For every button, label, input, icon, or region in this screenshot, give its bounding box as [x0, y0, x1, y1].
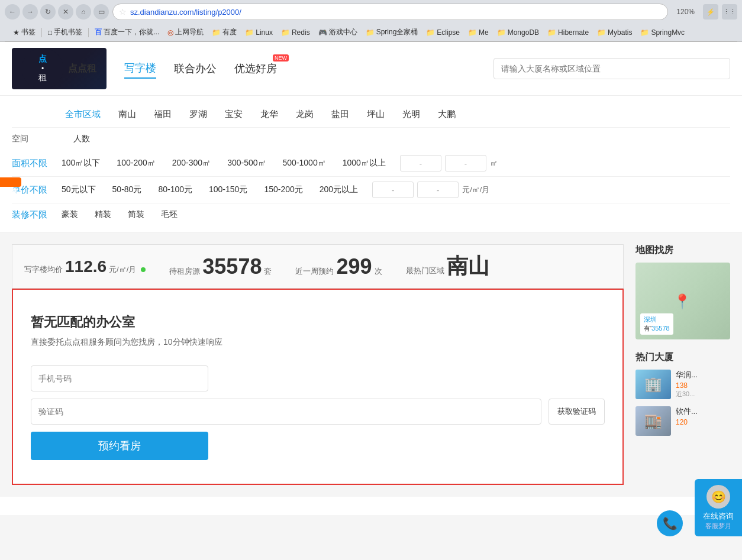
decor-option-2[interactable]: 简装: [125, 208, 147, 221]
headcount-option[interactable]: 人数: [71, 132, 92, 145]
nav-tab-office[interactable]: 写字楼: [124, 59, 156, 79]
area-option-3[interactable]: 300-500㎡: [225, 157, 268, 170]
map-preview[interactable]: 📍 深圳 有'35578: [635, 263, 730, 339]
submit-button[interactable]: 预约看房: [31, 432, 208, 460]
tab-button[interactable]: ▭: [93, 4, 109, 20]
online-dot: [141, 267, 146, 272]
folder-spring-icon: 📁: [366, 28, 375, 37]
region-all[interactable]: 全市区域: [65, 109, 101, 120]
folder-mongo-icon: 📁: [497, 28, 506, 37]
main-content: 写字楼均价 112.6 元/㎡/月 待租房源 35578 套 近一周预约 299…: [0, 232, 742, 497]
decor-option-0[interactable]: 豪装: [59, 208, 80, 221]
consult-label: 在线咨询: [703, 511, 734, 515]
bookmark-redis[interactable]: 📁 Redis: [278, 27, 314, 38]
address-bar[interactable]: ☆ sz.diandianzu.com/listing/p2000/: [112, 4, 668, 20]
hot-building-1[interactable]: 🏬 软件... 120: [635, 406, 730, 436]
region-yantian[interactable]: 盐田: [331, 109, 349, 120]
extensions-button[interactable]: ⚡: [703, 4, 718, 20]
bookmark-sep: [41, 28, 42, 37]
region-luohu[interactable]: 罗湖: [189, 109, 207, 120]
hot-buildings-title: 热门大厦: [635, 351, 730, 364]
building-name-0: 华润...: [676, 370, 729, 380]
home-button[interactable]: ⌂: [76, 4, 91, 20]
folder-mvc-icon: 📁: [640, 28, 649, 37]
bookmark-spring[interactable]: 📁 Spring全家桶: [362, 26, 422, 38]
bookmark-game[interactable]: 🎮 游戏中心: [315, 26, 361, 38]
region-futian[interactable]: 福田: [154, 109, 172, 120]
no-result-title: 暂无匹配的办公室: [31, 313, 605, 331]
hot-building-0[interactable]: 🏢 华润... 138 近30...: [635, 370, 730, 399]
decor-option-1[interactable]: 精装: [92, 208, 114, 221]
bookmark-youdou[interactable]: 📁 有度: [208, 26, 240, 38]
zoom-level: 120%: [676, 8, 695, 16]
menu-button[interactable]: ⋮⋮: [722, 4, 737, 20]
price-option-5[interactable]: 200元以上: [317, 183, 360, 196]
back-button[interactable]: ←: [5, 4, 20, 20]
price-range-min[interactable]: [372, 182, 414, 198]
price-option-2[interactable]: 80-100元: [156, 183, 195, 196]
area-option-4[interactable]: 500-1000㎡: [280, 157, 328, 170]
region-guangming[interactable]: 光明: [402, 109, 420, 120]
region-longgang[interactable]: 龙岗: [296, 109, 314, 120]
forward-button[interactable]: →: [22, 4, 38, 20]
bookmark-eclipse[interactable]: 📁 Eclipse: [422, 27, 463, 38]
avg-price-stat: 写字楼均价 112.6 元/㎡/月: [24, 257, 146, 276]
phone-bookmark-icon: □: [48, 28, 52, 37]
verify-input[interactable]: [31, 399, 541, 425]
area-range-min[interactable]: [400, 155, 441, 171]
region-filter-row: 全市区域 南山 福田 罗湖 宝安 龙华 龙岗 盐田 坪山 光明 大鹏: [12, 102, 730, 128]
area-option-2[interactable]: 200-300㎡: [170, 157, 213, 170]
bookmark-phone[interactable]: □ 手机书签: [44, 26, 86, 38]
building-img-inner-0: 🏢: [635, 370, 671, 399]
header-search-input[interactable]: [493, 58, 730, 79]
folder-me-icon: 📁: [468, 28, 477, 37]
price-option-1[interactable]: 50-80元: [110, 183, 144, 196]
region-pingshan[interactable]: 坪山: [367, 109, 385, 120]
area-range-max[interactable]: [445, 155, 486, 171]
sidebar-promo[interactable]: 立即加速: [0, 177, 21, 187]
folder-redis-icon: 📁: [281, 28, 290, 37]
available-unit: 套: [264, 266, 272, 277]
bookmark-mongodb[interactable]: 📁 MongoDB: [493, 27, 543, 38]
nav-tab-best[interactable]: 优选好房 NEW: [234, 59, 277, 78]
verify-row: 获取验证码: [31, 399, 605, 425]
price-range-max[interactable]: [417, 182, 459, 198]
consult-bar[interactable]: 😊 在线咨询 客服梦月: [695, 479, 742, 515]
decor-option-3[interactable]: 毛坯: [159, 208, 180, 221]
close-button[interactable]: ✕: [58, 4, 73, 20]
region-baoan[interactable]: 宝安: [225, 109, 243, 120]
price-option-0[interactable]: 50元以下: [59, 183, 98, 196]
decor-limit-label[interactable]: 装修不限: [12, 209, 59, 221]
region-dapeng[interactable]: 大鹏: [438, 109, 456, 120]
bookmark-springmvc[interactable]: 📁 SpringMvc: [637, 27, 688, 38]
building-img-1: 🏬: [635, 406, 671, 436]
area-limit-label[interactable]: 面积不限: [12, 158, 59, 169]
bookmark-me[interactable]: 📁 Me: [464, 27, 492, 38]
get-verify-button[interactable]: 获取验证码: [549, 399, 605, 425]
bookmarks-bar: ★ 书签 □ 手机书签 百 百度一下，你就... ◎ 上网导航 📁 有度 📁 L…: [5, 24, 737, 41]
bookmark-linux[interactable]: 📁 Linux: [241, 27, 276, 38]
building-name-1: 软件...: [676, 406, 729, 417]
region-nanshan[interactable]: 南山: [118, 109, 136, 120]
price-options: 50元以下 50-80元 80-100元 100-150元 150-200元 2…: [59, 182, 489, 198]
reload-button[interactable]: ↻: [40, 4, 56, 20]
price-range-input: 元/㎡/月: [372, 182, 489, 198]
nav-tab-cowork[interactable]: 联合办公: [174, 59, 217, 78]
bookmark-baidu[interactable]: 百 百度一下，你就...: [91, 26, 163, 38]
folder-eclipse-icon: 📁: [426, 28, 435, 37]
area-option-0[interactable]: 100㎡以下: [59, 157, 102, 170]
region-longhua[interactable]: 龙华: [260, 109, 278, 120]
phone-input[interactable]: [31, 365, 208, 391]
bookmark-sep2: [88, 28, 89, 37]
price-option-4[interactable]: 150-200元: [262, 183, 305, 196]
available-value: 35578: [202, 254, 262, 279]
bookmark-shujian[interactable]: ★ 书签: [9, 26, 39, 38]
price-option-3[interactable]: 100-150元: [207, 183, 250, 196]
browser-chrome: ← → ↻ ✕ ⌂ ▭ ☆ sz.diandianzu.com/listing/…: [0, 0, 742, 42]
decor-options: 豪装 精装 简装 毛坯: [59, 208, 180, 221]
area-option-5[interactable]: 1000㎡以上: [340, 157, 388, 170]
bookmark-hibernate[interactable]: 📁 Hibernate: [544, 27, 592, 38]
bookmark-mybatis[interactable]: 📁 Mybatis: [593, 27, 635, 38]
area-option-1[interactable]: 100-200㎡: [114, 157, 157, 170]
bookmark-nav[interactable]: ◎ 上网导航: [164, 26, 207, 38]
